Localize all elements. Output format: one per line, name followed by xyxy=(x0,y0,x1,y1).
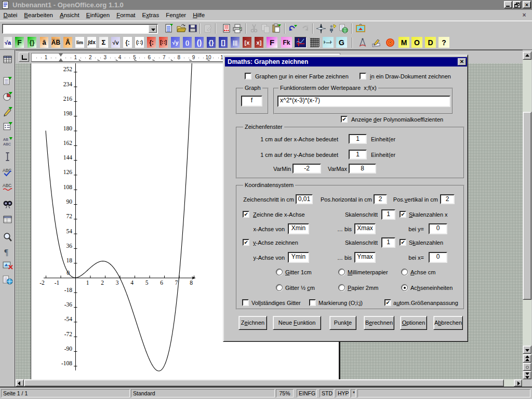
menu-ansicht[interactable]: Ansicht xyxy=(57,11,83,19)
status-page[interactable]: Seite 1 / 1 xyxy=(1,389,130,397)
one-color-checkbox[interactable]: ✔ xyxy=(245,73,251,79)
draw-doc-checkbox[interactable]: ✔ xyxy=(360,73,366,79)
bei-x-field[interactable]: 0 xyxy=(429,252,447,263)
skalenzahlen-y-checkbox[interactable]: ✔ xyxy=(400,239,406,246)
dm-graph-window-icon[interactable] xyxy=(295,37,307,48)
cm-y-field[interactable]: 1 xyxy=(349,150,367,159)
dm-bars-icon[interactable]: ||| xyxy=(231,37,240,48)
dm-d-icon[interactable]: D xyxy=(425,37,436,48)
stylist-icon[interactable] xyxy=(327,23,338,34)
dm-grid-icon[interactable] xyxy=(309,37,320,48)
horizontal-scrollbar[interactable] xyxy=(16,379,523,387)
function-term-field[interactable]: x^2*(x-3)*(x-7) xyxy=(277,96,450,107)
poly-coeff-checkbox[interactable]: ✔ xyxy=(341,116,348,123)
papier-2mm-radio[interactable] xyxy=(338,284,345,291)
dm-segment-icon[interactable]: A̅B̅ xyxy=(51,37,60,48)
form-functions-icon[interactable] xyxy=(2,121,13,132)
undo-icon[interactable] xyxy=(288,23,298,34)
vollgitter-checkbox[interactable]: ✔ xyxy=(242,299,249,306)
draw-functions-icon[interactable] xyxy=(2,106,13,117)
online-layout-icon[interactable] xyxy=(2,274,13,285)
menu-fenster[interactable]: Fenster xyxy=(163,11,190,19)
pos-horizontal-field[interactable]: 2 xyxy=(374,194,387,204)
zoom-icon[interactable] xyxy=(2,232,13,243)
graph-name-field[interactable]: f xyxy=(241,96,262,107)
dm-integral-icon[interactable]: ∫dx xyxy=(87,37,96,48)
new-document-icon[interactable] xyxy=(164,23,174,34)
varmax-field[interactable]: 8 xyxy=(349,164,376,174)
dm-spiral-icon[interactable] xyxy=(384,37,396,48)
cut-icon[interactable] xyxy=(249,23,259,34)
vertical-scroll-thumb[interactable] xyxy=(523,112,531,300)
data-sources-icon[interactable] xyxy=(2,214,13,225)
tab-selector-icon[interactable] xyxy=(19,52,29,62)
dm-f-magenta-icon[interactable]: F xyxy=(267,37,277,48)
previous-page-icon[interactable] xyxy=(523,354,531,363)
menu-einfgen[interactable]: Einfügen xyxy=(83,11,113,19)
dm-axis-icon[interactable]: ⊦—⊦ xyxy=(323,37,334,48)
dialog-title-bar[interactable]: Dmaths: Graphen zeichnen ✕ xyxy=(225,57,467,66)
autosize-checkbox[interactable]: ✔ xyxy=(384,299,391,306)
url-combobox[interactable] xyxy=(2,24,158,34)
x-bis-field[interactable]: Xmax xyxy=(354,223,376,234)
skalenschritt-x-field[interactable]: 1 xyxy=(381,209,395,220)
dm-paren-big-icon[interactable]: () xyxy=(195,37,204,48)
vertical-scrollbar[interactable] xyxy=(523,51,531,379)
minimize-button[interactable] xyxy=(504,1,512,8)
achse-cm-radio[interactable] xyxy=(401,269,408,275)
dm-help-icon[interactable]: ? xyxy=(438,37,449,48)
dm-angle-icon[interactable]: Â xyxy=(63,37,72,48)
status-modified[interactable]: * xyxy=(351,389,356,397)
dm-matrix-paren-icon[interactable]: (∷) xyxy=(135,37,144,48)
dm-system-icon[interactable]: {: xyxy=(123,37,132,48)
cm-x-field[interactable]: 1 xyxy=(349,134,367,144)
dm-sqrt-a-icon[interactable]: √a xyxy=(4,37,12,48)
find-replace-icon[interactable] xyxy=(2,199,13,210)
dm-bracket-blue-icon[interactable]: [] xyxy=(219,37,228,48)
x-achse-checkbox[interactable]: ✔ xyxy=(243,211,249,218)
dm-system-red-icon[interactable]: {: xyxy=(147,37,156,48)
menu-bearbeiten[interactable]: Bearbeiten xyxy=(21,11,57,19)
menu-hilfe[interactable]: Hilfe xyxy=(190,11,208,19)
graphics-onoff-icon[interactable] xyxy=(2,260,13,271)
skalenschritt-y-field[interactable]: 1 xyxy=(381,237,395,248)
dm-sum-icon[interactable]: Σ xyxy=(99,37,108,48)
paste-icon[interactable] xyxy=(271,23,282,34)
achseneinheiten-radio[interactable] xyxy=(401,284,408,291)
dm-paren-small-icon[interactable]: () xyxy=(183,37,192,48)
dm-geometry-icon[interactable]: G xyxy=(336,37,347,48)
dm-draw-icon[interactable] xyxy=(370,37,382,48)
neue-funktion-button[interactable]: Neue Funktion xyxy=(273,316,321,330)
dm-brace-blue-icon[interactable]: {} xyxy=(207,37,216,48)
skalenzahlen-x-checkbox[interactable]: ✔ xyxy=(400,211,406,218)
insert-object-icon[interactable] xyxy=(2,91,13,102)
dm-function-icon[interactable]: F xyxy=(15,37,24,48)
markierung-checkbox[interactable]: ✔ xyxy=(309,299,316,306)
status-zoom[interactable]: 75% xyxy=(276,389,294,397)
insert-table-icon[interactable] xyxy=(2,54,13,65)
status-pagestyle[interactable]: Standard xyxy=(131,389,275,397)
autospellcheck-icon[interactable]: ABC xyxy=(2,181,13,192)
status-empty[interactable] xyxy=(357,389,530,397)
dm-fk-icon[interactable]: Fk xyxy=(281,37,292,48)
menu-format[interactable]: Format xyxy=(113,11,139,19)
export-pdf-icon[interactable] xyxy=(221,23,232,34)
horizontal-scroll-thumb[interactable] xyxy=(24,379,504,387)
save-icon[interactable] xyxy=(188,23,198,34)
scroll-up-icon[interactable] xyxy=(523,51,531,60)
close-button[interactable]: × xyxy=(523,1,531,8)
dm-det-right-icon[interactable]: x] xyxy=(255,37,263,48)
indent-marker[interactable] xyxy=(59,54,63,61)
document-close-icon[interactable]: × xyxy=(521,11,528,19)
y-achse-checkbox[interactable]: ✔ xyxy=(243,239,249,246)
gitter-half-radio[interactable] xyxy=(276,284,283,291)
next-page-icon[interactable] xyxy=(523,371,531,379)
nonprinting-characters-icon[interactable]: ¶ xyxy=(2,246,13,257)
dm-vy-icon[interactable]: √y xyxy=(171,37,180,48)
redo-icon[interactable] xyxy=(299,23,310,34)
status-insertmode[interactable]: EINFG xyxy=(297,389,317,397)
print-icon[interactable] xyxy=(232,23,243,34)
scroll-left-icon[interactable] xyxy=(16,379,24,387)
abbrechen-button[interactable]: Abbrechen xyxy=(433,316,463,330)
menu-extras[interactable]: Extras xyxy=(139,11,163,19)
